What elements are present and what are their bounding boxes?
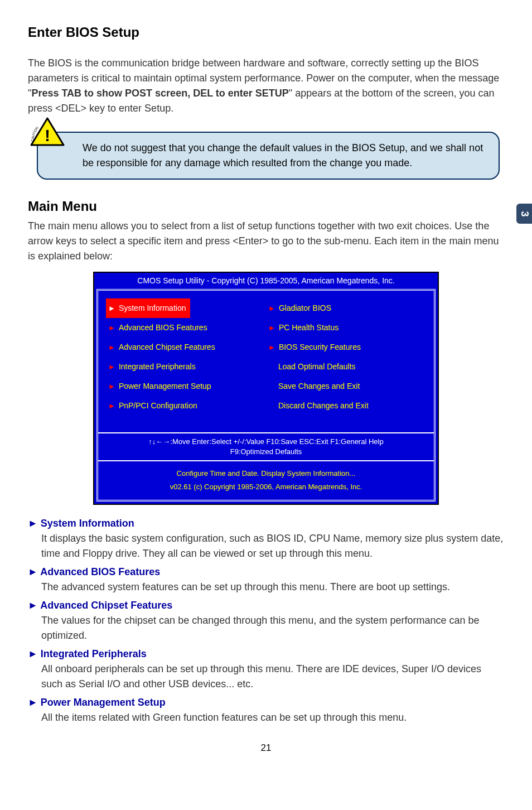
- menu-arrow-icon: ►: [108, 401, 115, 412]
- bios-menu-label: Discard Changes and Exit: [278, 400, 369, 412]
- bios-footer: Configure Time and Date. Display System …: [98, 461, 434, 500]
- menu-arrow-icon: ►: [108, 381, 115, 392]
- menu-arrow-icon: ►: [108, 361, 115, 373]
- menu-arrow-icon: ►: [268, 342, 275, 353]
- menu-arrow-icon: ►: [108, 322, 115, 334]
- menu-arrow-icon: ►: [108, 303, 115, 314]
- bios-menu-label: Advanced BIOS Features: [119, 322, 207, 334]
- explain-title: ► Advanced Chipset Features: [28, 598, 504, 613]
- bios-menu-label: Load Optimal Defaults: [278, 361, 356, 373]
- menu-arrow-icon: ►: [268, 303, 275, 314]
- page-tab: 3: [516, 204, 532, 224]
- intro-paragraph: The BIOS is the communication bridge bet…: [28, 56, 504, 116]
- section-title-main-menu: Main Menu: [28, 196, 504, 216]
- explain-title: ► Integrated Peripherals: [28, 647, 504, 662]
- bios-titlebar: CMOS Setup Utility - Copyright (C) 1985-…: [94, 273, 438, 289]
- bios-menu-item: Discard Changes and Exit: [266, 396, 426, 416]
- bios-menu-item: ►Integrated Peripherals: [106, 357, 266, 377]
- explain-body: The values for the chipset can be change…: [28, 613, 504, 643]
- bios-help-bar: ↑↓←→:Move Enter:Select +/-/:Value F10:Sa…: [98, 432, 434, 461]
- bios-menu-item: ►System Information: [106, 298, 190, 318]
- bios-menu-label: Power Management Setup: [119, 380, 211, 392]
- caution-icon: ! CAUTION: [30, 117, 65, 146]
- bios-menu-item: ►Advanced Chipset Features: [106, 338, 266, 357]
- explain-body: All onboard peripherals can be set up th…: [28, 662, 504, 692]
- bios-menu-label: Integrated Peripherals: [119, 361, 196, 373]
- bios-menu-item: ►Advanced BIOS Features: [106, 318, 266, 338]
- svg-text:!: !: [45, 126, 50, 144]
- menu-arrow-icon: ►: [108, 342, 115, 353]
- explain-title: ► Advanced BIOS Features: [28, 565, 504, 580]
- bios-menu-item: Save Changes and Exit: [266, 377, 426, 396]
- bios-left-column: ►System Information►Advanced BIOS Featur…: [106, 298, 266, 416]
- bios-menu-item: Load Optimal Defaults: [266, 357, 426, 377]
- explain-body: It displays the basic system configurati…: [28, 531, 504, 561]
- main-menu-paragraph: The main menu allows you to select from …: [28, 219, 504, 264]
- bios-menu-label: PnP/PCI Configuration: [119, 400, 197, 412]
- explain-title: ► Power Management Setup: [28, 695, 504, 710]
- bios-menu-item: ►Gladiator BIOS: [266, 298, 426, 318]
- bios-screenshot: CMOS Setup Utility - Copyright (C) 1985-…: [93, 272, 439, 505]
- bios-menu-label: Advanced Chipset Features: [119, 341, 215, 353]
- section-title-enter-bios: Enter BIOS Setup: [28, 22, 504, 42]
- bios-right-column: ►Gladiator BIOS►PC Health Status►BIOS Se…: [266, 298, 426, 416]
- bios-menu-label: Gladiator BIOS: [279, 302, 331, 314]
- bios-menu-label: Save Changes and Exit: [278, 380, 360, 392]
- menu-arrow-icon: ►: [268, 322, 275, 334]
- bios-menu-item: ►PC Health Status: [266, 318, 426, 338]
- bios-menu-label: BIOS Security Features: [279, 341, 361, 353]
- bios-menu-item: ►PnP/PCI Configuration: [106, 396, 266, 416]
- bios-menu-item: ►Power Management Setup: [106, 377, 266, 396]
- explain-body: All the items related with Green functio…: [28, 710, 504, 725]
- explanation-list: ► System InformationIt displays the basi…: [28, 516, 504, 725]
- explain-body: The advanced system features can be set …: [28, 580, 504, 595]
- bios-menu-item: ►BIOS Security Features: [266, 338, 426, 357]
- caution-text: We do not suggest that you change the de…: [37, 132, 500, 180]
- bios-menu-label: PC Health Status: [279, 322, 338, 334]
- bios-menu-label: System Information: [119, 302, 186, 314]
- caution-block: ! CAUTION We do not suggest that you cha…: [28, 132, 504, 180]
- page-number: 21: [28, 741, 504, 755]
- explain-title: ► System Information: [28, 516, 504, 531]
